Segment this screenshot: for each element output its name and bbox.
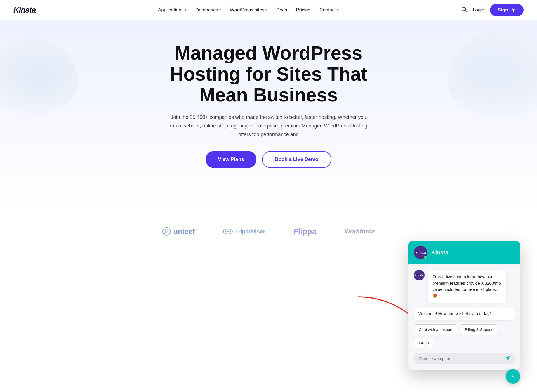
nav-actions: Login Sign Up [461,4,524,16]
chevron-down-icon: ▾ [265,8,267,12]
chat-widget: kinsta Kinsta kinsta Start a live chat t… [408,241,520,253]
search-button[interactable] [461,6,467,14]
nav-wordpress-sites[interactable]: WordPress sites ▾ [230,7,267,13]
hero-cloud-left [0,37,78,115]
nav-docs[interactable]: Docs [276,7,287,13]
logo-unicef: unicef [162,227,195,236]
chat-header-name: Kinsta [431,249,448,253]
hero-cloud-right [447,29,537,118]
chevron-down-icon: ▾ [185,8,187,12]
hero-section: Managed WordPress Hosting for Sites That… [0,20,537,210]
nav-databases[interactable]: Databases ▾ [196,7,221,13]
svg-point-6 [225,231,226,232]
login-button[interactable]: Login [473,7,484,13]
navbar: Kinsta Applications ▾ Databases ▾ WordPr… [0,0,537,20]
hero-buttons: View Plans Book a Live Demo [206,151,331,168]
hero-subtitle: Join the 25,400+ companies who made the … [168,113,369,139]
nav-links: Applications ▾ Databases ▾ WordPress sit… [158,7,339,13]
nav-contact[interactable]: Contact ▾ [319,7,339,13]
nav-applications[interactable]: Applications ▾ [158,7,187,13]
chevron-down-icon: ▾ [219,8,221,12]
chat-avatar: kinsta [414,246,427,253]
signup-button[interactable]: Sign Up [490,4,524,16]
svg-point-2 [163,228,171,235]
svg-line-1 [465,10,467,12]
nav-pricing[interactable]: Pricing [296,7,310,13]
svg-point-3 [165,229,168,232]
logo-tripadvisor: Tripadvisor [223,228,265,235]
svg-point-7 [230,231,231,232]
logo-flippa: Flippa [293,227,316,236]
logo[interactable]: Kinsta [13,6,36,15]
book-demo-button[interactable]: Book a Live Demo [262,151,331,168]
chevron-down-icon: ▾ [337,8,339,12]
logo-workforce: Workforce [344,228,375,235]
hero-title: Managed WordPress Hosting for Sites That… [170,42,367,105]
chat-header: kinsta Kinsta [408,241,520,253]
view-plans-button[interactable]: View Plans [206,151,256,168]
